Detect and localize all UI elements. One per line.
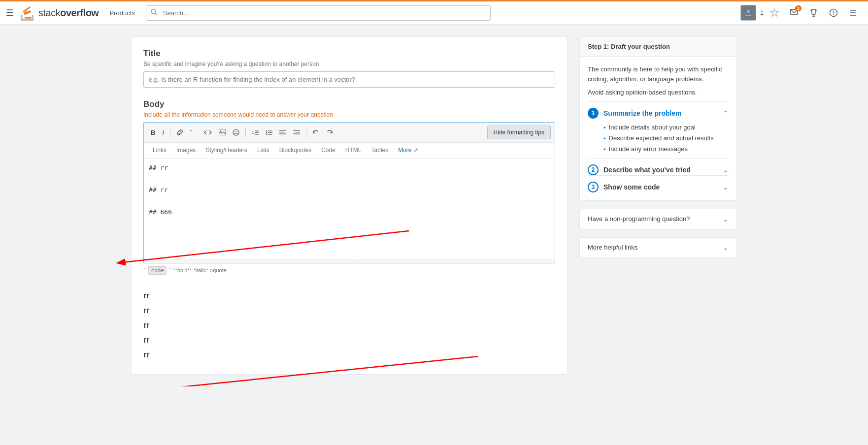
bullet-3: Include any error messages (603, 145, 729, 153)
svg-point-22 (266, 130, 267, 131)
toolbar-separator-1 (170, 128, 170, 137)
editor-resize-handle[interactable]: · · · · · (144, 259, 555, 263)
emoji-button[interactable] (230, 127, 242, 138)
non-prog-header[interactable]: Have a non-programming question? ⌄ (580, 209, 736, 229)
tab-blockquotes[interactable]: Blockquotes (274, 143, 316, 159)
blockquote-button[interactable]: " (187, 127, 200, 137)
describe-header[interactable]: 2 Describe what you've tried ⌄ (588, 164, 729, 175)
tab-links[interactable]: Links (148, 143, 171, 159)
products-link[interactable]: Products (106, 7, 137, 19)
tab-lists[interactable]: Lists (252, 143, 274, 159)
code-hint: code (148, 266, 167, 275)
editor-container: B I " (143, 122, 555, 263)
link-button[interactable] (173, 127, 186, 138)
help-button[interactable]: ? (825, 4, 842, 22)
search-icon (151, 9, 158, 17)
step1-desc2: Avoid asking opinion-based questions. (588, 88, 729, 97)
summarize-bullets: Include details about your goal Describe… (588, 119, 729, 158)
describe-title: Describe what you've tried (603, 166, 691, 174)
tab-styling-headers[interactable]: Styling/Headers (200, 143, 252, 159)
summarize-section: 1 Summarize the problem ⌃ Include detail… (588, 101, 729, 158)
step1-header: Step 1: Draft your question (580, 37, 736, 57)
svg-point-24 (266, 134, 267, 135)
step3-number: 3 (588, 182, 599, 192)
helpful-links-header[interactable]: More helpful links ⌄ (580, 238, 736, 257)
describe-section: 2 Describe what you've tried ⌄ (588, 158, 729, 175)
trophy-button[interactable] (805, 4, 823, 22)
step1-number: 1 (588, 108, 599, 119)
non-prog-card: Have a non-programming question? ⌄ (579, 209, 737, 229)
tab-html[interactable]: HTML (340, 143, 367, 159)
achievements-button[interactable] (766, 4, 783, 22)
unordered-list-button[interactable] (263, 127, 275, 137)
logo-icon (20, 5, 35, 21)
svg-point-15 (233, 129, 239, 135)
svg-text:?: ? (832, 10, 835, 16)
helpful-links-chevron: ⌄ (723, 244, 729, 252)
helpful-links-card: More helpful links ⌄ (579, 237, 737, 258)
hamburger-menu-button[interactable]: ☰ (6, 7, 14, 18)
tab-code[interactable]: Code (316, 143, 340, 159)
svg-text:1.: 1. (252, 130, 256, 135)
svg-marker-4 (770, 9, 778, 16)
code-button[interactable] (201, 127, 215, 138)
svg-point-16 (234, 131, 235, 132)
summarize-title: Summarize the problem (603, 109, 682, 117)
align-right-button[interactable] (290, 127, 303, 137)
summarize-header[interactable]: 1 Summarize the problem ⌃ (588, 108, 729, 119)
tab-images[interactable]: Images (171, 143, 200, 159)
tab-more[interactable]: More ↗ (393, 143, 423, 159)
step1-body: The community is here to help you with s… (580, 57, 736, 200)
preview-heading-3: rr (143, 321, 555, 330)
search-input[interactable] (146, 5, 491, 21)
toolbar-separator-3 (306, 128, 306, 137)
svg-line-37 (71, 356, 478, 386)
preview-heading-4: rr (143, 336, 555, 345)
step1-desc1: The community is here to help you with s… (588, 64, 729, 84)
italic-button[interactable]: I (159, 127, 167, 138)
svg-text:": " (190, 129, 192, 135)
title-input[interactable] (143, 71, 555, 88)
toolbar-separator-2 (245, 128, 246, 137)
summarize-chevron-up: ⌃ (723, 109, 729, 117)
hide-formatting-tips-button[interactable]: Hide formatting tips (487, 126, 551, 139)
preview-heading-2: rr (143, 306, 555, 315)
nav-right-icons: 1 2 ? (740, 4, 862, 22)
preview-heading-5: rr (143, 350, 555, 359)
image-button[interactable] (216, 127, 229, 137)
svg-line-1 (155, 13, 157, 15)
stack-exchange-button[interactable] (844, 4, 862, 22)
ordered-list-button[interactable]: 1. (249, 127, 262, 137)
body-hint: Include all the information someone woul… (143, 111, 555, 118)
show-code-header[interactable]: 3 Show some code ⌄ (588, 182, 729, 192)
svg-point-23 (266, 132, 267, 133)
svg-rect-13 (219, 129, 226, 135)
show-code-section: 3 Show some code ⌄ (588, 175, 729, 192)
user-avatar[interactable] (740, 5, 756, 21)
step2-number: 2 (588, 164, 599, 175)
tab-tables[interactable]: Tables (367, 143, 394, 159)
helpful-links-label: More helpful links (588, 244, 637, 251)
title-label: Title (143, 49, 555, 59)
markdown-hint: `` code `` **bold** *italic* >quote (143, 267, 555, 274)
sidebar: Step 1: Draft your question The communit… (579, 36, 737, 375)
step1-card: Step 1: Draft your question The communit… (579, 36, 737, 201)
inbox-button[interactable]: 2 (785, 4, 803, 22)
show-code-chevron-down: ⌄ (723, 183, 729, 191)
site-logo[interactable]: stackoverflow (20, 5, 99, 21)
resize-dots: · · · · · (342, 259, 356, 263)
user-rep: 1 (760, 9, 764, 16)
redo-button[interactable] (323, 127, 336, 138)
bullet-1: Include details about your goal (603, 124, 729, 131)
preview-content: rr rr rr rr rr (143, 282, 555, 359)
title-hint: Be specific and imagine you're asking a … (143, 61, 555, 67)
undo-button[interactable] (309, 127, 322, 138)
align-left-button[interactable] (276, 127, 289, 137)
bold-button[interactable]: B (148, 127, 158, 138)
non-prog-label: Have a non-programming question? (588, 215, 690, 222)
editor-textarea[interactable]: ## rr ## rr ## 666 (144, 159, 555, 257)
preview-heading-1: rr (143, 291, 555, 300)
svg-point-3 (747, 10, 750, 13)
editor-tabs: Links Images Styling/Headers Lists Block… (144, 143, 555, 159)
svg-point-17 (236, 131, 237, 132)
